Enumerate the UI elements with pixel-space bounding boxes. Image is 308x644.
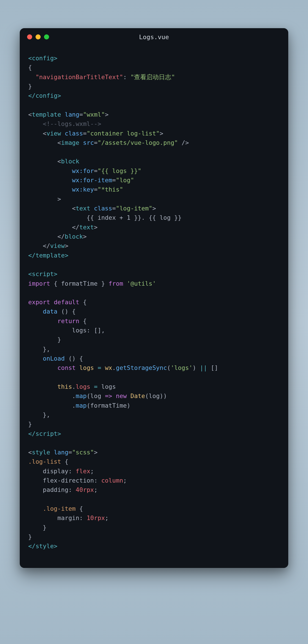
op-or: || (200, 364, 207, 371)
tag-script-close: </script> (28, 430, 61, 437)
attr-lang: lang (54, 449, 69, 456)
val-wxml: "wxml" (83, 111, 105, 118)
tag-config-open: <config> (28, 55, 58, 62)
tag-view-close: view (50, 242, 65, 249)
val-wxforitem: "log" (116, 177, 134, 184)
code-window: Logs.vue <config> { "navigationBarTitleT… (20, 28, 288, 568)
tag-template-close: </template> (28, 252, 68, 259)
tag-text-close: text (79, 224, 94, 231)
tag-config-close: </config> (28, 92, 61, 99)
kw-export: export (28, 299, 50, 306)
brace: } (28, 83, 32, 90)
fn-data: data (43, 308, 58, 315)
css-val: 40rpx (76, 486, 94, 493)
fn-getstorage: getStorageSync (116, 364, 167, 371)
comment: <!--logs.wxml--> (43, 120, 101, 127)
selector-loglist: .log-list (28, 458, 61, 465)
json-key: "navigationBarTitleText" (36, 74, 123, 81)
tag-block: block (61, 158, 80, 165)
kw-import: import (28, 280, 50, 287)
code-block: <config> { "navigationBarTitleText": "查看… (20, 42, 288, 568)
css-prop: padding (43, 486, 69, 493)
selector-logitem: .log-item (43, 505, 76, 512)
tag-style-close: </style> (28, 543, 58, 550)
css-val: flex (76, 468, 90, 475)
css-prop: margin (58, 514, 80, 521)
css-prop: display (43, 468, 69, 475)
angle: < (28, 111, 32, 118)
tag-style: style (32, 449, 50, 456)
kw-default: default (54, 299, 80, 306)
arg-log: log (90, 392, 101, 399)
brace: { (28, 64, 32, 71)
val-wxkey: "*this" (98, 186, 123, 193)
tag-template: template (32, 111, 61, 118)
attr-lang: lang (65, 111, 79, 118)
attr-wxkey: wx:key (72, 186, 94, 193)
css-val: 10rpx (87, 514, 105, 521)
kw-const: const (58, 364, 76, 371)
tag-block-close: block (65, 233, 83, 240)
attr-wxforitem: wx:for-item (72, 177, 112, 184)
import-name: formatTime (61, 280, 98, 287)
kw-return: return (58, 317, 80, 325)
key-logs: logs (72, 327, 87, 334)
attr-class: class (65, 130, 83, 137)
arg-formatTime: formatTime (90, 402, 127, 409)
val-logitem: "log-item" (116, 205, 152, 212)
val-class: "container log-list" (87, 130, 160, 137)
kw-this: this (58, 383, 72, 390)
arrow: => (105, 392, 112, 399)
tag-text: text (76, 205, 90, 212)
tag-script-open: <script> (28, 270, 58, 277)
fn-onload: onLoad (43, 355, 65, 362)
val-wxfor: "{{ logs }}" (98, 167, 141, 174)
str-logs: 'logs' (171, 364, 193, 371)
from-val: '@utils' (127, 280, 156, 287)
fn-map: map (76, 402, 87, 409)
attr-wxfor: wx:for (72, 167, 94, 174)
window-title: Logs.vue (20, 34, 288, 41)
css-prop: flex-direction (43, 477, 94, 484)
cls-date: Date (131, 392, 145, 399)
attr-class: class (94, 205, 112, 212)
kw-from: from (109, 280, 123, 287)
var-logs: logs (79, 364, 94, 371)
empty-array: [] (211, 364, 218, 371)
obj-wx: wx (105, 364, 112, 371)
attr-src: src (83, 139, 94, 146)
kw-new: new (116, 392, 127, 399)
prop-logs: logs (76, 383, 90, 390)
interpolation: {{ index + 1 }}. {{ log }} (87, 214, 182, 221)
colon: : (123, 74, 127, 81)
tag-view: view (47, 130, 61, 137)
titlebar: Logs.vue (20, 28, 288, 42)
json-val: "查看启动日志" (130, 74, 175, 81)
css-val: column (101, 477, 123, 484)
var-logs: logs (101, 383, 116, 390)
val-src: "/assets/vue-logo.png" (98, 139, 178, 146)
tag-image: image (61, 139, 80, 146)
arg-log: log (149, 392, 160, 399)
val-scss: "scss" (72, 449, 94, 456)
empty-array: [] (94, 327, 101, 334)
fn-map: map (76, 392, 87, 399)
